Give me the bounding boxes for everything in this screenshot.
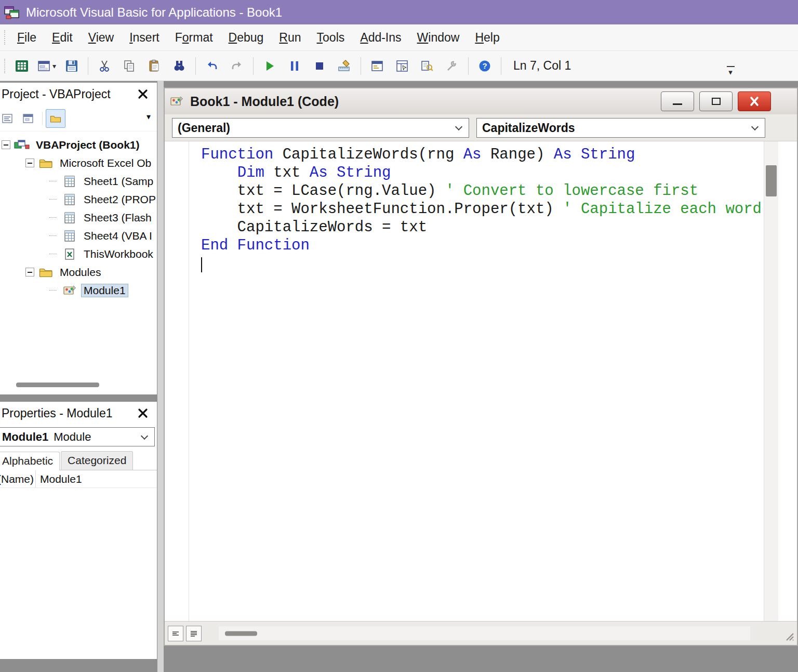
undo-icon[interactable] [201, 55, 223, 77]
tree-label: Sheet3 (Flash [81, 211, 154, 225]
procedure-dropdown[interactable]: CapitalizeWords [476, 118, 765, 138]
procedure-view-button[interactable] [168, 626, 183, 641]
horizontal-scrollbar-thumb[interactable] [225, 631, 257, 636]
tree-item-vbaproject-book1[interactable]: VBAProject (Book1) [0, 136, 157, 154]
tree-item-modules[interactable]: Modules [0, 263, 157, 281]
collapse-icon[interactable] [2, 140, 10, 149]
tab-categorized[interactable]: Categorized [61, 451, 133, 470]
chevron-down-icon [751, 123, 759, 130]
window-controls [661, 91, 771, 111]
dock-splitter[interactable] [157, 81, 164, 672]
close-icon[interactable] [133, 404, 153, 423]
resize-grip[interactable] [782, 629, 795, 644]
object-browser-icon[interactable] [416, 55, 438, 77]
tab-alphabetic[interactable]: Alphabetic [0, 452, 60, 470]
code-line[interactable]: Dim txt As String [201, 164, 797, 182]
menu-tools[interactable]: Tools [309, 26, 353, 49]
tree-item-thisworkbook[interactable]: ThisWorkbook [0, 245, 157, 263]
full-module-view-button[interactable] [186, 626, 202, 641]
tree-item-sheet3-flash[interactable]: Sheet3 (Flash [0, 208, 157, 227]
break-icon[interactable] [283, 55, 306, 77]
paste-icon[interactable] [143, 55, 166, 77]
toolbar-buttons: ▾? [9, 55, 497, 77]
menubar-grip[interactable] [4, 30, 5, 45]
code-line[interactable] [201, 255, 797, 273]
tree-item-sheet4-vba-i[interactable]: Sheet4 (VBA I [0, 227, 157, 245]
code-line[interactable]: txt = WorksheetFunction.Proper(txt) ' Ca… [201, 200, 797, 218]
app-title: Microsoft Visual Basic for Applications … [26, 5, 282, 20]
view-code-button[interactable] [0, 109, 17, 128]
project-explorer-icon[interactable] [366, 55, 389, 77]
toggle-folders-button[interactable] [46, 109, 65, 128]
reset-icon[interactable] [308, 55, 331, 77]
menu-run[interactable]: Run [271, 26, 309, 49]
code-line[interactable]: End Function [201, 236, 797, 255]
insert-userform-icon[interactable]: ▾ [35, 55, 58, 77]
help-icon[interactable]: ? [473, 55, 496, 77]
design-mode-icon[interactable] [333, 55, 356, 77]
collapse-icon[interactable] [25, 268, 34, 276]
app-titlebar[interactable]: Microsoft Visual Basic for Applications … [0, 0, 798, 24]
view-excel-icon[interactable] [10, 55, 33, 77]
worksheet-icon [62, 230, 77, 242]
tree-label: ThisWorkbook [81, 247, 156, 261]
tree-connector [49, 290, 57, 291]
maximize-button[interactable] [699, 91, 733, 111]
toolbar-grip[interactable] [4, 59, 5, 73]
chevron-down-icon [455, 123, 462, 130]
menu-add-ins[interactable]: Add-Ins [352, 26, 409, 49]
properties-panel-title: Properties - Module1 [2, 406, 133, 420]
run-icon[interactable] [258, 55, 281, 77]
vertical-scrollbar[interactable] [764, 141, 778, 621]
save-icon[interactable] [60, 55, 83, 77]
tree-item-module1[interactable]: Module1 [0, 281, 157, 299]
menu-help[interactable]: Help [467, 26, 507, 49]
object-selector-dropdown[interactable]: Module1 Module [0, 427, 155, 446]
tree-connector [49, 217, 57, 218]
redo-icon[interactable] [225, 55, 248, 77]
horizontal-scrollbar[interactable] [219, 626, 750, 640]
tree-label: Sheet1 (Samp [81, 175, 156, 188]
close-icon[interactable] [133, 85, 153, 103]
copy-icon[interactable] [118, 55, 141, 77]
code-window-titlebar[interactable]: Book1 - Module1 (Code) [165, 88, 797, 114]
code-editor[interactable]: Function CapitalizeWords(rng As Range) A… [201, 146, 797, 273]
toolbar-separator [195, 57, 196, 75]
code-line[interactable]: txt = LCase(rng.Value) ' Convert to lowe… [201, 182, 797, 200]
menu-view[interactable]: View [81, 26, 122, 49]
menu-insert[interactable]: Insert [122, 26, 167, 49]
margin-indicator-bar[interactable] [165, 141, 189, 621]
menu-format[interactable]: Format [167, 26, 221, 49]
view-object-button[interactable] [18, 109, 38, 128]
toolbox-icon[interactable] [441, 55, 463, 77]
scroll-down-icon[interactable]: ▾ [147, 112, 151, 122]
code-line[interactable]: Function CapitalizeWords(rng As Range) A… [201, 146, 797, 164]
folder-icon [38, 157, 54, 169]
tree-connector [49, 199, 57, 200]
menu-window[interactable]: Window [409, 26, 468, 49]
procedure-dropdown-value: CapitalizeWords [482, 121, 575, 135]
menu-edit[interactable]: Edit [44, 26, 81, 49]
code-line[interactable]: CapitalizeWords = txt [201, 218, 797, 236]
menu-file[interactable]: File [9, 26, 44, 49]
object-dropdown-value: (General) [178, 121, 230, 135]
property-row[interactable]: (Name)Module1 [0, 470, 157, 488]
project-hscroll-thumb[interactable] [16, 383, 99, 387]
collapse-icon[interactable] [25, 159, 34, 167]
minimize-icon [673, 103, 682, 105]
find-icon[interactable] [168, 55, 191, 77]
vertical-scrollbar-thumb[interactable] [766, 165, 777, 196]
property-value[interactable]: Module1 [36, 473, 82, 485]
properties-window-icon[interactable] [391, 55, 414, 77]
object-dropdown[interactable]: (General) [172, 118, 469, 138]
minimize-button[interactable] [661, 91, 694, 111]
tree-item-microsoft-excel-ob[interactable]: Microsoft Excel Ob [0, 154, 157, 172]
toolbar-separator [468, 57, 469, 75]
menu-debug[interactable]: Debug [221, 26, 272, 49]
tree-item-sheet2-prop[interactable]: Sheet2 (PROP [0, 190, 157, 208]
toolbar-overflow-button[interactable]: ▾ [723, 55, 738, 78]
cut-icon[interactable] [93, 55, 116, 77]
close-button[interactable] [738, 91, 771, 111]
property-key: (Name) [0, 470, 36, 487]
tree-item-sheet1-samp[interactable]: Sheet1 (Samp [0, 172, 157, 190]
